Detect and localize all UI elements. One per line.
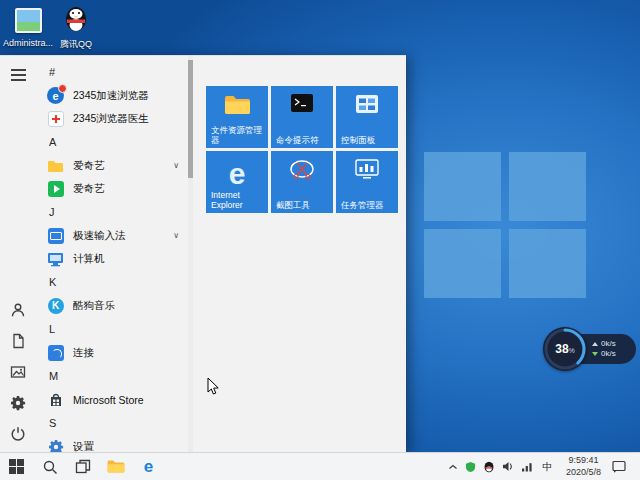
download-arrow-icon (592, 352, 598, 356)
clock-date: 2020/5/8 (566, 467, 601, 479)
tile-label: Internet Explorer (211, 190, 266, 210)
app-label: 极速输入法 (73, 229, 164, 243)
task-view-icon (75, 459, 91, 474)
input-method-icon (47, 227, 64, 244)
taskbar-browser[interactable]: e (132, 453, 165, 480)
hamburger-menu-icon[interactable] (9, 66, 27, 84)
app-label: 2345加速浏览器 (73, 89, 184, 103)
command-prompt-icon (271, 94, 333, 112)
task-view-button[interactable] (66, 453, 99, 480)
taskbar-file-explorer[interactable] (99, 453, 132, 480)
user-account-icon[interactable] (9, 301, 27, 319)
microsoft-store-icon (47, 391, 64, 408)
app-label: 2345浏览器医生 (73, 112, 184, 126)
tile-label: 任务管理器 (341, 200, 396, 210)
2345-browser-icon: e (47, 87, 64, 104)
app-label: 爱奇艺 (73, 182, 184, 196)
search-button[interactable] (33, 453, 66, 480)
desktop-wallpaper: Administra... 腾讯QQ (0, 0, 640, 480)
tile-command-prompt[interactable]: 命令提示符 (271, 86, 333, 148)
section-header-hash[interactable]: # (36, 60, 188, 84)
file-explorer-icon (206, 94, 268, 116)
tile-label: 文件资源管理器 (211, 125, 266, 145)
start-button[interactable] (0, 453, 33, 480)
icon-glyph: K (48, 298, 64, 314)
download-speed: 0k/s (601, 350, 616, 358)
tile-label: 控制面板 (341, 135, 396, 145)
windows-logo-pane (424, 229, 501, 298)
section-header-l[interactable]: L (36, 317, 188, 341)
tile-label: 命令提示符 (276, 135, 331, 145)
windows-start-icon (9, 459, 24, 474)
ime-indicator[interactable]: 中 (540, 460, 555, 474)
tile-label: 截图工具 (276, 200, 331, 210)
tray-qq-icon[interactable] (483, 461, 495, 473)
icon-glyph: e (52, 90, 58, 102)
browser-doctor-icon (47, 110, 64, 127)
upload-speed-row: 0k/s (592, 340, 636, 348)
usage-percent: 38% (555, 342, 575, 356)
app-list-item-iqiyi[interactable]: 爱奇艺 (36, 177, 188, 200)
snipping-tool-icon (271, 159, 333, 181)
browser-e-icon: e (144, 458, 153, 475)
internet-explorer-icon: e (206, 159, 268, 189)
app-label: 爱奇艺 (73, 159, 164, 173)
app-list-item-2345-browser-doctor[interactable]: 2345浏览器医生 (36, 107, 188, 130)
section-header-j[interactable]: J (36, 200, 188, 224)
tile-snipping-tool[interactable]: 截图工具 (271, 151, 333, 213)
desktop-icon-tencent-qq[interactable]: 腾讯QQ (48, 5, 104, 51)
task-manager-icon (336, 159, 398, 180)
app-list-item-connect[interactable]: 连接 (36, 341, 188, 364)
start-app-list: # e 2345加速浏览器 2345浏览器医生 A 爱奇艺 ∨ 爱奇艺 (36, 56, 188, 452)
app-list-item-settings[interactable]: 设置 (36, 435, 188, 452)
iqiyi-icon (47, 180, 64, 197)
upload-arrow-icon (592, 342, 598, 346)
network-icon[interactable] (521, 461, 533, 472)
qq-penguin-icon (61, 5, 91, 35)
chevron-down-icon[interactable]: ∨ (173, 231, 184, 240)
section-header-m[interactable]: M (36, 364, 188, 388)
settings-rail-icon[interactable] (9, 394, 27, 412)
start-menu-rail (0, 56, 36, 452)
icon-glyph: e (229, 159, 246, 189)
system-tray: 中 9:59:41 2020/5/8 (448, 453, 640, 480)
tile-task-manager[interactable]: 任务管理器 (336, 151, 398, 213)
pictures-icon[interactable] (9, 363, 27, 381)
kugou-music-icon: K (47, 297, 64, 314)
tray-security-icon[interactable] (465, 461, 476, 473)
app-label: 设置 (73, 440, 184, 453)
section-header-s[interactable]: S (36, 411, 188, 435)
memory-usage-ball[interactable]: 38% (543, 327, 587, 371)
tile-file-explorer[interactable]: 文件资源管理器 (206, 86, 268, 148)
app-list-item-microsoft-store[interactable]: Microsoft Store (36, 388, 188, 411)
start-menu: # e 2345加速浏览器 2345浏览器医生 A 爱奇艺 ∨ 爱奇艺 (0, 55, 406, 452)
app-list-item-iqiyi-folder[interactable]: 爱奇艺 ∨ (36, 154, 188, 177)
app-list-item-2345-speed-browser[interactable]: e 2345加速浏览器 (36, 84, 188, 107)
control-panel-icon (336, 94, 398, 114)
settings-gear-icon (47, 438, 64, 452)
app-label: Microsoft Store (73, 394, 184, 406)
administrator-icon (13, 5, 43, 35)
computer-icon (47, 250, 64, 267)
taskbar-clock[interactable]: 9:59:41 2020/5/8 (562, 455, 605, 478)
search-icon (42, 459, 58, 475)
section-header-k[interactable]: K (36, 270, 188, 294)
app-list-item-jisu-ime[interactable]: 极速输入法 ∨ (36, 224, 188, 247)
net-speed-widget[interactable]: 0k/s 0k/s 38% (543, 327, 637, 371)
documents-icon[interactable] (9, 332, 27, 350)
tile-internet-explorer[interactable]: e Internet Explorer (206, 151, 268, 213)
power-icon[interactable] (9, 425, 27, 443)
chevron-up-icon (448, 463, 458, 471)
section-header-a[interactable]: A (36, 130, 188, 154)
upload-speed: 0k/s (601, 340, 616, 348)
clock-time: 9:59:41 (566, 455, 601, 467)
taskbar: e 中 9:59:41 2020/5/8 (0, 452, 640, 480)
action-center-button[interactable] (612, 460, 626, 473)
chevron-down-icon[interactable]: ∨ (173, 161, 184, 170)
windows-logo-pane (509, 229, 586, 298)
tray-expand-button[interactable] (448, 463, 458, 471)
app-list-item-computer[interactable]: 计算机 (36, 247, 188, 270)
app-list-item-kugou-music[interactable]: K 酷狗音乐 (36, 294, 188, 317)
volume-icon[interactable] (502, 461, 514, 472)
tile-control-panel[interactable]: 控制面板 (336, 86, 398, 148)
